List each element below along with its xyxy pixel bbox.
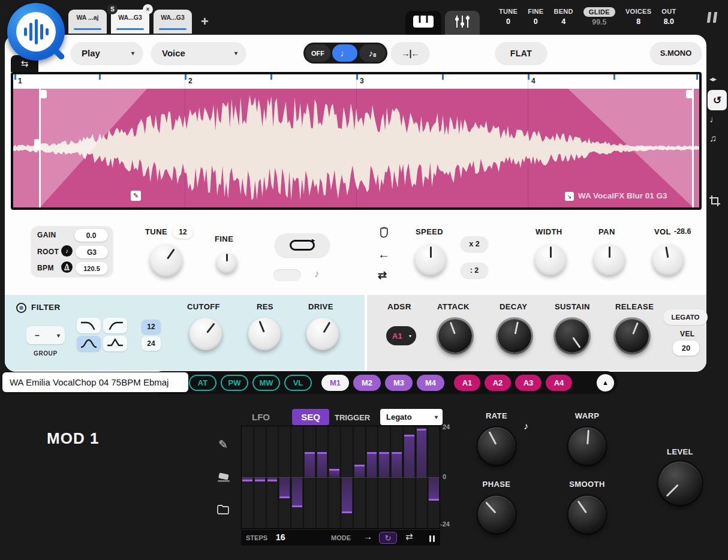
timeline-ruler[interactable]: 1 2 3 4: [13, 74, 699, 89]
phase-knob[interactable]: [478, 496, 515, 533]
lowpass-filter-button[interactable]: [77, 318, 101, 333]
seq-step[interactable]: [390, 426, 402, 528]
seq-step[interactable]: [377, 426, 390, 528]
seq-step[interactable]: [402, 426, 415, 528]
play-mode-dropdown[interactable]: Play ▾: [71, 42, 143, 64]
seq-step[interactable]: [327, 426, 340, 528]
end-marker[interactable]: [692, 89, 694, 207]
close-tab-icon[interactable]: ×: [143, 4, 153, 14]
sample-drag-button[interactable]: ↘: [565, 192, 574, 201]
source-pitchwheel[interactable]: PW: [221, 375, 248, 391]
mode-pause-icon[interactable]: [428, 534, 435, 544]
decay-knob[interactable]: [498, 319, 531, 353]
tab-keyboard-view[interactable]: [405, 11, 441, 35]
seq-step[interactable]: [303, 426, 315, 528]
legato-button[interactable]: LEGATO: [663, 309, 708, 325]
shuffle-icon[interactable]: ⇄: [378, 269, 387, 282]
snap-to-zero-button[interactable]: →|←: [391, 42, 429, 64]
release-knob[interactable]: [615, 319, 649, 353]
smooth-knob[interactable]: [568, 496, 606, 533]
speed-half-button[interactable]: : 2: [461, 263, 488, 278]
tab-seq-selected[interactable]: SEQ: [292, 409, 329, 425]
bpm-value[interactable]: 120.5: [76, 262, 108, 275]
collapse-panel-button[interactable]: ▲: [597, 374, 614, 392]
filter-group-dropdown[interactable]: – ▾: [26, 326, 65, 344]
filter-enable-toggle[interactable]: [16, 303, 26, 313]
drive-knob[interactable]: [306, 318, 339, 350]
loop-mode-button[interactable]: ▸: [275, 233, 330, 257]
amp-env-1[interactable]: A1: [454, 375, 480, 391]
reverse-icon[interactable]: ←: [378, 248, 390, 261]
vol-value[interactable]: -28.6: [674, 227, 691, 236]
crop-tool-icon[interactable]: [709, 195, 720, 209]
quantize-tool-icon[interactable]: ♫: [709, 133, 717, 144]
param-value[interactable]: 4: [561, 17, 565, 26]
amp-env-3[interactable]: A3: [515, 375, 542, 391]
start-marker-flag[interactable]: [41, 90, 47, 98]
start-marker-handle[interactable]: [34, 139, 39, 150]
tab-lfo[interactable]: LFO: [252, 412, 270, 422]
adsr-select-dropdown[interactable]: A1 ▾: [386, 326, 416, 345]
res-knob[interactable]: [248, 318, 281, 350]
root-value[interactable]: G3: [76, 246, 108, 258]
level-knob[interactable]: [658, 462, 702, 505]
mode-pingpong-icon[interactable]: ⇄: [405, 531, 413, 542]
seq-step[interactable]: [266, 426, 278, 528]
loop-sync-note-icon[interactable]: ♪: [314, 268, 320, 280]
vol-knob[interactable]: [652, 244, 684, 275]
waveform-canvas[interactable]: ✎ ↘ WA VocalFX Blur 01 G3: [13, 89, 699, 207]
pan-view-icon[interactable]: ◂▸: [709, 74, 716, 83]
step-sequencer-grid[interactable]: [241, 426, 440, 529]
bandpass-filter-button[interactable]: [77, 336, 101, 351]
seq-step[interactable]: [290, 426, 303, 528]
attack-knob[interactable]: [438, 319, 472, 353]
seq-step[interactable]: [415, 426, 428, 528]
param-value[interactable]: 99.5: [592, 18, 606, 26]
tune-knob[interactable]: [150, 244, 182, 276]
width-knob[interactable]: [535, 244, 566, 275]
sync-off-button[interactable]: OFF: [305, 44, 330, 62]
mod-slot-4[interactable]: M4: [417, 375, 444, 391]
param-value[interactable]: 0: [506, 17, 510, 26]
seq-step[interactable]: [427, 426, 440, 528]
cutoff-knob[interactable]: [189, 318, 222, 350]
preset-folder-icon[interactable]: [217, 505, 229, 517]
amp-env-2[interactable]: A2: [485, 375, 511, 391]
seq-step[interactable]: [242, 426, 253, 528]
seq-step[interactable]: [365, 426, 378, 528]
tab-mixer-view[interactable]: [445, 11, 480, 35]
mode-forward-icon[interactable]: →: [363, 531, 372, 541]
draw-tool-icon[interactable]: ✎: [218, 438, 228, 451]
rate-sync-note-icon[interactable]: ♪: [524, 421, 528, 432]
eraser-tool-icon[interactable]: [217, 472, 230, 484]
start-marker[interactable]: [39, 89, 41, 207]
mod-slot-3[interactable]: M3: [385, 375, 413, 391]
edit-fade-button[interactable]: ✎: [131, 191, 141, 201]
mode-loop-selected[interactable]: ↻: [379, 532, 397, 544]
loaded-sample-filename[interactable]: WA Emilia VocalChop 04 75BPM Ebmaj: [2, 372, 188, 392]
gain-value[interactable]: 0.0: [74, 229, 108, 242]
sustain-knob[interactable]: [555, 319, 589, 353]
seq-step[interactable]: [278, 426, 290, 528]
tune-value[interactable]: 12: [173, 225, 193, 239]
source-modwheel[interactable]: MW: [252, 375, 280, 391]
sync-quarter-note-button[interactable]: ♩: [332, 44, 357, 62]
peak-filter-button[interactable]: [103, 336, 127, 351]
sync-eighth-note-button[interactable]: ♪ 8: [359, 44, 386, 62]
hand-drag-icon[interactable]: [378, 225, 391, 241]
pitch-tool-icon[interactable]: ♩: [709, 114, 719, 125]
fine-knob[interactable]: [216, 252, 237, 273]
speed-knob[interactable]: [415, 244, 446, 275]
seq-step[interactable]: [315, 426, 328, 528]
flat-button[interactable]: FLAT: [495, 42, 547, 64]
voice-mode-dropdown[interactable]: Voice ▾: [151, 42, 246, 64]
highpass-filter-button[interactable]: [103, 318, 127, 333]
source-aftertouch[interactable]: AT: [189, 375, 216, 391]
slope-24db-button[interactable]: 24: [142, 336, 161, 351]
active-edit-tool-button[interactable]: ↺: [708, 90, 727, 110]
add-tab-button[interactable]: +: [201, 14, 209, 29]
pause-icon[interactable]: [708, 12, 717, 23]
seq-step[interactable]: [253, 426, 266, 528]
glide-pill[interactable]: GLIDE: [583, 7, 615, 17]
amp-env-4[interactable]: A4: [546, 375, 572, 391]
